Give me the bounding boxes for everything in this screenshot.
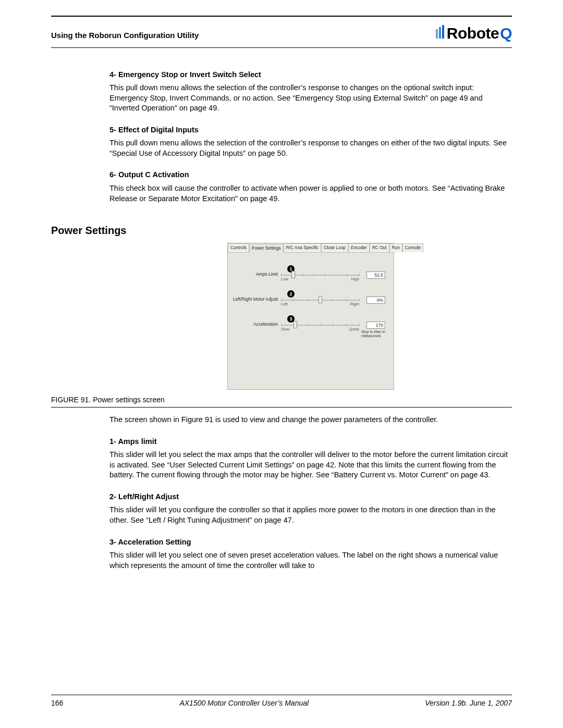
label-acceleration: Acceleration	[233, 322, 278, 327]
para-p3: This slider will let you select one of s…	[109, 550, 512, 571]
row-lr-adjust: 2 Left/Right Motor Adjust Left Right 0%	[233, 291, 388, 313]
para-6: This check box will cause the controller…	[109, 183, 512, 204]
heading-4: 4- Emergency Stop or Invert Switch Selec…	[109, 70, 512, 80]
tick-left: Low	[281, 277, 288, 282]
header-underline	[51, 47, 512, 48]
figure-block: Controls Power Settings R/C Ana Specific…	[109, 243, 512, 390]
brand-logo: RoboteQ	[436, 23, 512, 44]
value-lr-adjust: 0%	[366, 297, 385, 304]
manual-title: AX1500 Motor Controller User’s Manual	[179, 698, 309, 708]
brand-accent: Q	[500, 23, 512, 44]
version-date: Version 1.9b. June 1, 2007	[425, 698, 512, 708]
panel: 1 Amps Limit Low High 52.5 2 Left/Right …	[228, 253, 394, 386]
tab-rc-ana[interactable]: R/C Ana Specific	[284, 243, 321, 252]
footer: 166 AX1500 Motor Controller User’s Manua…	[51, 695, 512, 708]
label-lr-adjust: Left/Right Motor Adjust	[233, 297, 278, 302]
figure-rule	[51, 407, 512, 408]
heading-5: 5- Effect of Digital Inputs	[109, 125, 512, 135]
heading-p2: 2- Left/Right Adjust	[109, 492, 512, 502]
tick-labels-amps: Low High	[281, 277, 359, 282]
logo-bars-icon	[436, 25, 444, 39]
tab-row: Controls Power Settings R/C Ana Specific…	[228, 243, 394, 253]
row-amps-limit: 1 Amps Limit Low High 52.5	[233, 266, 388, 288]
body-content: 4- Emergency Stop or Invert Switch Selec…	[109, 70, 512, 204]
tab-encoder[interactable]: Encoder	[348, 243, 370, 252]
tick-right: Quick	[349, 327, 359, 332]
header: Using the Roborun Configuration Utility …	[51, 23, 512, 47]
page-number: 166	[51, 698, 63, 708]
caption-acceleration: Stop to Max in miliseconds	[361, 330, 385, 338]
heading-6: 6- Output C Activation	[109, 170, 512, 180]
tab-console[interactable]: Console	[402, 243, 423, 252]
tick-labels-accel: Slow Quick	[281, 327, 359, 332]
row-acceleration: 3 Acceleration Slow Quick 170 Stop to Ma…	[233, 316, 388, 338]
tick-left: Left	[281, 302, 288, 307]
heading-p3: 3- Acceleration Setting	[109, 537, 512, 548]
para-5: This pull down menu allows the selection…	[109, 138, 512, 158]
brand-text: Robote	[447, 23, 499, 44]
tab-rc-out[interactable]: RC Out	[370, 243, 389, 252]
top-rule	[51, 16, 512, 17]
callout-2: 2	[287, 290, 295, 298]
tab-close-loop[interactable]: Close Loop	[321, 243, 348, 252]
heading-p1: 1- Amps limit	[109, 437, 512, 447]
tab-power-settings[interactable]: Power Settings	[249, 244, 284, 253]
section-heading-power: Power Settings	[51, 224, 512, 238]
tick-right: High	[351, 277, 359, 282]
para-4: This pull down menu allows the selection…	[109, 83, 512, 114]
tab-controls[interactable]: Controls	[228, 243, 249, 252]
para-p2: This slider will let you configure the c…	[109, 505, 512, 525]
tick-right: Right	[350, 302, 359, 307]
tick-labels-lr: Left Right	[281, 302, 359, 307]
tick-left: Slow	[281, 327, 289, 332]
value-acceleration: 170	[366, 322, 385, 329]
para-fig-intro: The screen shown in Figure 91 is used to…	[109, 415, 512, 425]
tab-run[interactable]: Run	[389, 243, 402, 252]
label-amps-limit: Amps Limit	[233, 272, 278, 277]
power-settings-window: Controls Power Settings R/C Ana Specific…	[227, 243, 394, 390]
para-p1: This slider will let you select the max …	[109, 450, 512, 480]
post-figure-content: The screen shown in Figure 91 is used to…	[109, 415, 512, 571]
value-amps-limit: 52.5	[366, 272, 385, 279]
figure-caption: FIGURE 91. Power settings screen	[51, 395, 512, 405]
running-title: Using the Roborun Configuration Utility	[51, 30, 199, 44]
